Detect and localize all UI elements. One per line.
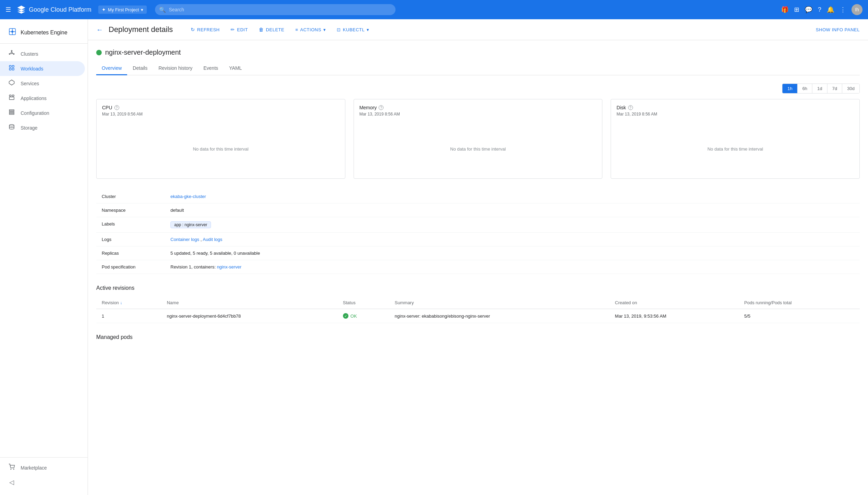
cpu-help-icon[interactable]: ? bbox=[114, 105, 119, 110]
sidebar-item-applications[interactable]: Applications bbox=[0, 91, 85, 106]
support-icon[interactable]: 💬 bbox=[805, 6, 812, 13]
sidebar-title: Kubernetes Engine bbox=[21, 30, 67, 36]
labels-row: Labels app : nginx-server bbox=[96, 217, 860, 233]
configuration-icon bbox=[8, 109, 15, 117]
more-icon[interactable]: ⋮ bbox=[840, 6, 846, 13]
sidebar-item-clusters[interactable]: Clusters bbox=[0, 46, 85, 61]
sidebar-item-storage[interactable]: Storage bbox=[0, 120, 85, 135]
sidebar-header: Kubernetes Engine bbox=[0, 22, 88, 44]
delete-button[interactable]: 🗑 DELETE bbox=[255, 25, 288, 34]
applications-icon bbox=[8, 94, 15, 102]
svg-rect-18 bbox=[9, 95, 11, 96]
col-pods: Pods running/Pods total bbox=[739, 297, 860, 309]
main-content: ← Deployment details ↻ REFRESH ✏ EDIT 🗑 … bbox=[88, 19, 868, 495]
svg-point-1 bbox=[11, 31, 13, 33]
memory-metric-card: Memory ? Mar 13, 2019 8:56 AM No data fo… bbox=[354, 99, 603, 179]
cpu-empty-msg: No data for this time interval bbox=[102, 125, 340, 173]
gift-icon[interactable]: 🎁 bbox=[781, 6, 789, 13]
project-name: My First Project bbox=[108, 7, 139, 12]
svg-rect-22 bbox=[9, 112, 14, 113]
memory-help-icon[interactable]: ? bbox=[379, 105, 383, 110]
cluster-value-link[interactable]: ekaba-gke-cluster bbox=[170, 194, 206, 199]
labels-label: Labels bbox=[96, 217, 165, 233]
tab-overview[interactable]: Overview bbox=[96, 62, 127, 75]
svg-rect-23 bbox=[9, 113, 14, 114]
tab-events[interactable]: Events bbox=[198, 62, 224, 75]
clusters-icon bbox=[8, 50, 15, 58]
svg-line-12 bbox=[10, 53, 11, 54]
deployment-name-row: nginx-server-deployment bbox=[96, 48, 860, 56]
labels-badge: app : nginx-server bbox=[170, 221, 211, 228]
memory-title: Memory ? bbox=[359, 105, 597, 110]
sidebar-item-applications-label: Applications bbox=[21, 96, 47, 101]
actions-button[interactable]: ≡ ACTIONS ▾ bbox=[291, 25, 330, 34]
back-button[interactable]: ← bbox=[96, 26, 103, 34]
disk-title: Disk ? bbox=[616, 105, 854, 110]
search-input[interactable] bbox=[155, 4, 396, 15]
disk-help-icon[interactable]: ? bbox=[628, 105, 633, 110]
container-logs-link[interactable]: Container logs bbox=[170, 237, 199, 242]
apps-icon[interactable]: ⊞ bbox=[794, 6, 799, 13]
cpu-metric-card: CPU ? Mar 13, 2019 8:56 AM No data for t… bbox=[96, 99, 345, 179]
col-summary: Summary bbox=[389, 297, 610, 309]
sidebar-collapse-btn[interactable]: ◁ bbox=[0, 475, 85, 490]
pod-spec-link[interactable]: nginx-server bbox=[217, 264, 242, 270]
audit-logs-link[interactable]: Audit logs bbox=[203, 237, 222, 242]
svg-point-26 bbox=[13, 469, 14, 470]
show-info-panel-button[interactable]: SHOW INFO PANEL bbox=[816, 27, 860, 32]
refresh-button[interactable]: ↻ REFRESH bbox=[187, 25, 224, 34]
svg-rect-14 bbox=[12, 65, 14, 67]
cpu-title: CPU ? bbox=[102, 105, 340, 110]
project-selector[interactable]: ✦ My First Project ▾ bbox=[98, 6, 147, 14]
disk-timestamp: Mar 13, 2019 8:56 AM bbox=[616, 112, 854, 117]
time-30d-button[interactable]: 30d bbox=[842, 84, 859, 93]
revision-sort-icon[interactable]: ↓ bbox=[120, 300, 122, 305]
page-title: Deployment details bbox=[109, 25, 173, 34]
tab-yaml[interactable]: YAML bbox=[224, 62, 247, 75]
edit-button[interactable]: ✏ EDIT bbox=[226, 25, 252, 34]
time-1h-button[interactable]: 1h bbox=[782, 84, 797, 93]
sidebar-item-configuration[interactable]: Configuration bbox=[0, 106, 85, 120]
avatar[interactable]: Ih bbox=[852, 4, 863, 15]
row-summary: nginx-server: ekababisong/ebisong-nginx-… bbox=[389, 309, 610, 323]
marketplace-icon bbox=[8, 464, 15, 472]
sidebar-item-configuration-label: Configuration bbox=[21, 110, 49, 116]
svg-point-25 bbox=[11, 469, 11, 470]
notifications-icon[interactable]: 🔔 bbox=[827, 6, 834, 13]
tab-revision-history[interactable]: Revision history bbox=[153, 62, 198, 75]
top-nav-actions: 🎁 ⊞ 💬 ? 🔔 ⋮ Ih bbox=[781, 4, 863, 15]
details-section: Cluster ekaba-gke-cluster Namespace defa… bbox=[96, 190, 860, 274]
search-icon: 🔍 bbox=[159, 7, 166, 13]
replicas-row: Replicas 5 updated, 5 ready, 5 available… bbox=[96, 246, 860, 260]
app-logo: Google Cloud Platform bbox=[16, 5, 91, 14]
actions-menu-icon: ≡ bbox=[295, 27, 298, 32]
time-6h-button[interactable]: 6h bbox=[798, 84, 812, 93]
storage-icon bbox=[8, 124, 15, 132]
svg-line-11 bbox=[12, 53, 13, 54]
sidebar: Kubernetes Engine Clusters bbox=[0, 19, 88, 495]
svg-rect-20 bbox=[9, 97, 14, 100]
help-icon[interactable]: ? bbox=[818, 6, 821, 13]
gcp-logo-icon bbox=[16, 5, 26, 14]
svg-point-7 bbox=[11, 51, 12, 52]
pod-spec-text: Revision 1, containers: bbox=[170, 264, 216, 270]
time-1d-button[interactable]: 1d bbox=[812, 84, 827, 93]
row-name: nginx-server-deployment-6d4cf7bb78 bbox=[161, 309, 337, 323]
sidebar-item-marketplace[interactable]: Marketplace bbox=[0, 460, 85, 475]
deployment-name: nginx-server-deployment bbox=[105, 48, 181, 56]
svg-point-9 bbox=[9, 54, 10, 55]
sidebar-item-clusters-label: Clusters bbox=[21, 51, 38, 57]
time-7d-button[interactable]: 7d bbox=[827, 84, 842, 93]
services-icon bbox=[8, 79, 15, 87]
svg-rect-19 bbox=[12, 95, 14, 96]
cpu-timestamp: Mar 13, 2019 8:56 AM bbox=[102, 112, 340, 117]
hamburger-icon[interactable]: ☰ bbox=[5, 6, 11, 13]
kubectl-button[interactable]: ⊡ KUBECTL ▾ bbox=[333, 25, 373, 34]
tab-details[interactable]: Details bbox=[127, 62, 153, 75]
header-actions: ↻ REFRESH ✏ EDIT 🗑 DELETE ≡ ACTIONS ▾ bbox=[187, 25, 374, 34]
sidebar-item-services[interactable]: Services bbox=[0, 76, 85, 91]
sidebar-item-workloads[interactable]: Workloads bbox=[0, 61, 85, 76]
col-created: Created on bbox=[610, 297, 739, 309]
collapse-icon: ◁ bbox=[8, 478, 15, 486]
managed-pods-section: Managed pods bbox=[96, 334, 860, 340]
